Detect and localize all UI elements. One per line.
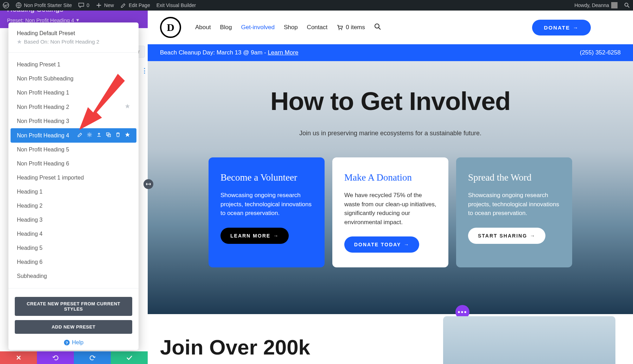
announcement-link[interactable]: Learn More <box>268 49 298 56</box>
cancel-button[interactable] <box>0 351 37 364</box>
preset-based-on: Based On: Non Profit Heading 2 <box>17 39 130 45</box>
card-body: Showcasing ongoing research projects, te… <box>468 191 560 218</box>
preset-item[interactable]: Non Profit Subheading <box>8 72 139 86</box>
next-image <box>443 316 615 364</box>
site-header: D About Blog Get-involved Shop Contact 0… <box>148 11 633 44</box>
adminbar-howdy[interactable]: Howdy, Deanna <box>574 2 618 8</box>
nav-get-involved[interactable]: Get-involved <box>241 24 274 31</box>
card-donation: Make A Donation We have recycled 75% of … <box>332 157 448 267</box>
trash-icon[interactable] <box>115 132 121 139</box>
add-preset-button[interactable]: ADD NEW PRESET <box>15 320 132 334</box>
hero-title: How to Get Involved <box>160 86 621 116</box>
adminbar-edit-page[interactable]: Edit Page <box>120 2 150 8</box>
card-body: We have recycled 75% of the waste from o… <box>344 191 436 227</box>
save-button[interactable] <box>111 351 148 364</box>
donate-today-button[interactable]: DONATE TODAY → <box>344 236 419 253</box>
svg-point-13 <box>89 134 90 136</box>
donate-button[interactable]: DONATE→ <box>532 20 591 35</box>
learn-more-button[interactable]: LEARN MORE → <box>220 228 289 244</box>
svg-point-4 <box>341 29 342 30</box>
nav-blog[interactable]: Blog <box>220 24 232 31</box>
avatar <box>611 2 618 8</box>
duplicate-icon[interactable] <box>106 132 111 139</box>
card-body: Showcasing ongoing research projects, te… <box>220 191 313 218</box>
kebab-icon[interactable]: ⋮ <box>141 67 148 74</box>
adminbar-exit-builder[interactable]: Exit Visual Builder <box>156 2 196 8</box>
card-title: Become a Volunteer <box>220 172 313 183</box>
edit-icon[interactable] <box>77 132 83 139</box>
undo-button[interactable] <box>37 351 74 364</box>
nav-about[interactable]: About <box>195 24 211 31</box>
svg-point-5 <box>375 24 379 28</box>
card-volunteer: Become a Volunteer Showcasing ongoing re… <box>209 157 325 267</box>
star-icon[interactable] <box>125 132 130 139</box>
preset-item[interactable]: Heading 6 <box>8 255 139 269</box>
announcement-bar: Beach Cleanup Day: March 13 @ 9am - Lear… <box>148 44 633 61</box>
preset-item-selected[interactable]: Non Profit Heading 4 <box>11 128 136 143</box>
adminbar-new[interactable]: New <box>96 2 114 8</box>
adminbar-comments[interactable]: 0 <box>78 2 89 8</box>
hero-subtitle: Join us in preserving marine ecosystems … <box>160 130 621 137</box>
preset-list: Heading Preset 1 Non Profit Subheading N… <box>8 58 139 283</box>
card-title: Spread the Word <box>468 172 560 183</box>
nav-contact[interactable]: Contact <box>307 24 328 31</box>
preset-item[interactable]: Heading 1 <box>8 185 139 199</box>
preset-default-title[interactable]: Heading Default Preset <box>17 30 130 37</box>
preset-item[interactable]: Subheading <box>8 269 139 283</box>
nav-cart[interactable]: 0 items <box>337 24 365 31</box>
next-section: ••• Join Over 200k <box>148 314 633 359</box>
redo-button[interactable] <box>74 351 111 364</box>
preset-item[interactable]: Non Profit Heading 3 <box>8 114 139 128</box>
star-icon <box>17 39 22 44</box>
gear-icon[interactable] <box>87 132 92 139</box>
cards-row: Become a Volunteer Showcasing ongoing re… <box>160 157 621 267</box>
preset-item[interactable]: Heading 2 <box>8 199 139 213</box>
main-nav: About Blog Get-involved Shop Contact 0 i… <box>195 23 381 32</box>
nav-shop[interactable]: Shop <box>284 24 298 31</box>
preset-item[interactable]: Non Profit Heading 5 <box>8 143 139 157</box>
preset-item[interactable]: Heading 4 <box>8 227 139 241</box>
svg-text:?: ? <box>65 340 68 345</box>
hero-section: How to Get Involved Join us in preservin… <box>148 61 633 314</box>
adminbar-search[interactable] <box>624 2 630 8</box>
panel-resize-handle[interactable] <box>143 179 153 189</box>
svg-point-2 <box>625 3 628 6</box>
svg-point-3 <box>339 29 340 30</box>
preset-item[interactable]: Heading Preset 1 imported <box>8 171 139 185</box>
help-link[interactable]: ? Help <box>8 338 139 346</box>
star-icon[interactable] <box>125 104 130 110</box>
preset-item[interactable]: Non Profit Heading 6 <box>8 157 139 171</box>
start-sharing-button[interactable]: START SHARING → <box>468 228 545 244</box>
announcement-text: Beach Cleanup Day: March 13 @ 9am - <box>160 49 268 56</box>
page-preview: D About Blog Get-involved Shop Contact 0… <box>148 11 633 364</box>
create-preset-button[interactable]: CREATE NEW PRESET FROM CURRENT STYLES <box>15 297 132 316</box>
nav-search-icon[interactable] <box>374 23 381 32</box>
upload-icon[interactable] <box>96 132 102 139</box>
bottom-action-bar <box>0 351 148 364</box>
preset-dropdown: Heading Default Preset Based On: Non Pro… <box>8 22 139 350</box>
wp-admin-bar: Non Profit Starter Site 0 New Edit Page … <box>0 0 633 11</box>
adminbar-site-name[interactable]: Non Profit Starter Site <box>15 2 72 8</box>
wp-logo[interactable] <box>3 2 9 8</box>
preset-item[interactable]: Non Profit Heading 2 <box>8 100 139 114</box>
preset-item[interactable]: Heading 3 <box>8 213 139 227</box>
card-spread: Spread the Word Showcasing ongoing resea… <box>456 157 572 267</box>
site-logo[interactable]: D <box>160 17 181 38</box>
preset-item[interactable]: Non Profit Heading 1 <box>8 86 139 100</box>
phone-number: (255) 352-6258 <box>580 49 621 56</box>
preset-item[interactable]: Heading 5 <box>8 241 139 255</box>
card-title: Make A Donation <box>344 172 436 183</box>
preset-item[interactable]: Heading Preset 1 <box>8 58 139 72</box>
